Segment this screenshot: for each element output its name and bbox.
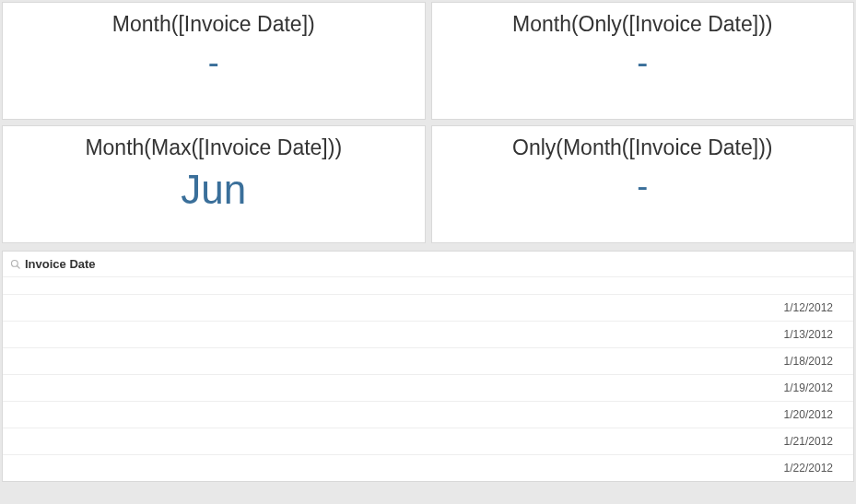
- filter-spacer: [3, 277, 853, 294]
- kpi-title: Month(Max([Invoice Date])): [85, 135, 342, 160]
- svg-line-1: [18, 265, 20, 268]
- kpi-value: Jun: [181, 168, 246, 212]
- filter-value: 1/13/2012: [784, 328, 833, 341]
- kpi-value: -: [637, 44, 648, 81]
- kpi-card-month-invoice-date[interactable]: Month([Invoice Date]) -: [2, 2, 426, 120]
- filter-value: 1/19/2012: [784, 381, 833, 394]
- svg-point-0: [12, 260, 18, 266]
- filter-value: 1/20/2012: [784, 408, 833, 421]
- list-item[interactable]: 1/20/2012: [3, 401, 853, 428]
- list-item[interactable]: 1/13/2012: [3, 321, 853, 347]
- filter-title: Invoice Date: [25, 257, 96, 271]
- filter-panel-invoice-date: Invoice Date 1/12/2012 1/13/2012 1/18/20…: [2, 251, 854, 482]
- filter-value: 1/21/2012: [784, 435, 833, 448]
- kpi-title: Only(Month([Invoice Date])): [512, 135, 772, 160]
- kpi-title: Month([Invoice Date]): [112, 12, 315, 37]
- kpi-card-month-max-invoice-date[interactable]: Month(Max([Invoice Date])) Jun: [2, 125, 426, 243]
- list-item[interactable]: 1/21/2012: [3, 428, 853, 454]
- filter-value: 1/22/2012: [784, 462, 833, 475]
- filter-value: 1/18/2012: [784, 355, 833, 368]
- search-icon: [10, 259, 21, 270]
- kpi-card-only-month-invoice-date[interactable]: Only(Month([Invoice Date])) -: [431, 125, 855, 243]
- kpi-card-month-only-invoice-date[interactable]: Month(Only([Invoice Date])) -: [431, 2, 855, 120]
- filter-header[interactable]: Invoice Date: [3, 252, 853, 277]
- filter-value: 1/12/2012: [784, 301, 833, 314]
- kpi-value: -: [208, 44, 219, 81]
- list-item[interactable]: 1/19/2012: [3, 374, 853, 401]
- kpi-value: -: [637, 168, 648, 205]
- kpi-grid: Month([Invoice Date]) - Month(Only([Invo…: [0, 0, 856, 245]
- list-item[interactable]: 1/22/2012: [3, 454, 853, 481]
- list-item[interactable]: 1/12/2012: [3, 294, 853, 321]
- kpi-title: Month(Only([Invoice Date])): [512, 12, 772, 37]
- list-item[interactable]: 1/18/2012: [3, 347, 853, 374]
